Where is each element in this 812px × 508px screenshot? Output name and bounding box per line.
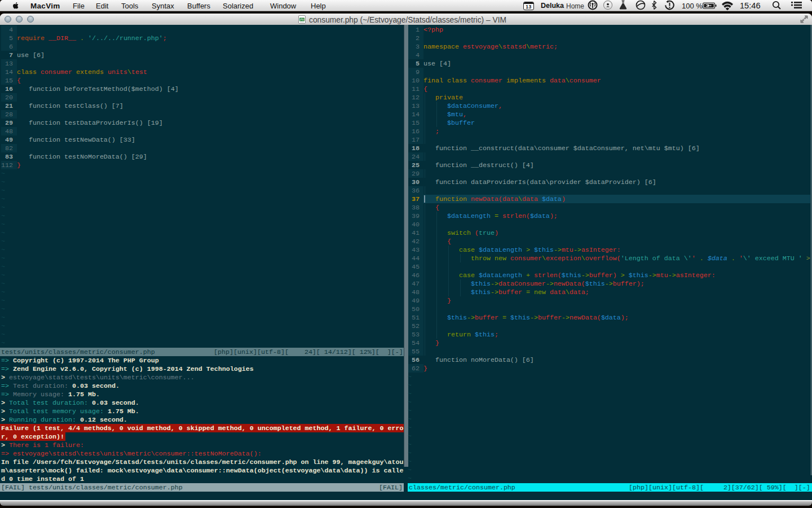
svg-text:php: php xyxy=(300,18,304,21)
